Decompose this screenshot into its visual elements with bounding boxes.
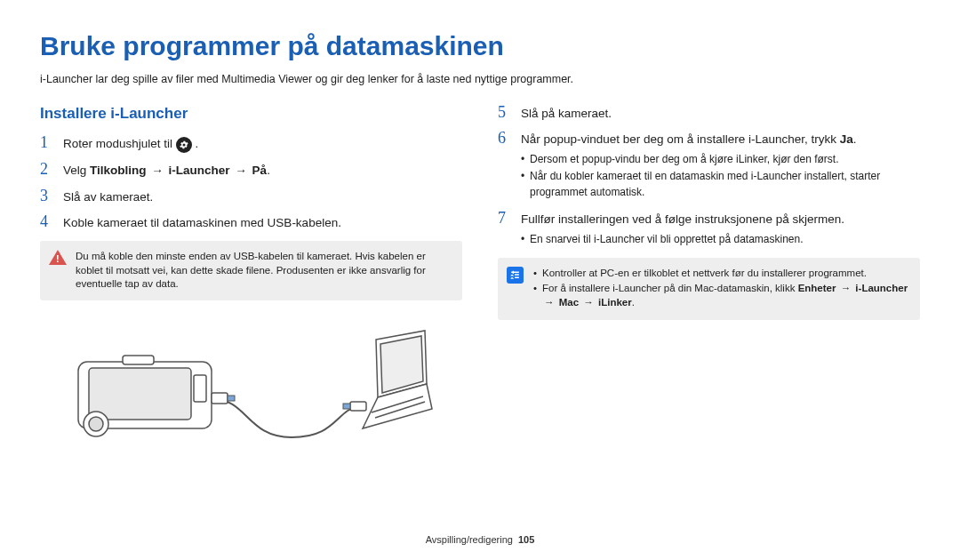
step-7-sublist: En snarvei til i-Launcher vil bli oppret…: [521, 232, 920, 247]
gear-icon: [176, 137, 192, 153]
menu-path-part: Mac: [559, 297, 579, 308]
step-text: Roter modushjulet til: [63, 137, 176, 150]
sub-item: Når du kobler kameraet til en datamaskin…: [521, 169, 920, 200]
section-heading: Installere i-Launcher: [40, 103, 462, 125]
step-number: 2: [40, 160, 54, 180]
arrow-icon: →: [839, 283, 853, 293]
step-number: 5: [498, 103, 512, 123]
content-columns: Installere i-Launcher 1 Roter modushjule…: [40, 103, 920, 452]
info-note: Kontroller at PC-en er tilkoblet et nett…: [498, 258, 920, 321]
info-icon: [507, 267, 524, 284]
menu-path-part: Enheter: [798, 283, 836, 293]
step-number: 4: [40, 212, 54, 232]
info-text-tail: .: [632, 297, 635, 308]
step-6-sublist: Dersom et popup-vindu ber deg om å kjøre…: [521, 152, 920, 200]
step-number: 3: [40, 187, 54, 206]
arrow-icon: →: [149, 164, 165, 177]
menu-path-part: På: [252, 164, 268, 177]
footer-section: Avspilling/redigering: [426, 534, 513, 545]
info-text: For å installere i-Launcher på din Mac-d…: [542, 283, 798, 293]
svg-rect-6: [212, 393, 228, 404]
step-text: Når popup-vinduet ber deg om å installer…: [521, 132, 840, 146]
warning-text: Du må koble den minste enden av USB-kabe…: [76, 251, 426, 289]
right-column: 5 Slå på kameraet. 6 Når popup-vinduet b…: [498, 103, 920, 452]
arrow-icon: →: [581, 297, 596, 308]
step-3: 3 Slå av kameraet.: [40, 187, 462, 206]
svg-point-3: [89, 417, 103, 431]
arrow-icon: →: [233, 164, 249, 177]
sub-item: En snarvei til i-Launcher vil bli oppret…: [521, 232, 920, 247]
confirm-label: Ja: [840, 132, 853, 146]
svg-rect-1: [89, 368, 191, 420]
step-6: 6 Når popup-vinduet ber deg om å install…: [498, 129, 920, 202]
step-number: 7: [498, 209, 512, 249]
step-text: Koble kameraet til datamaskinen med USB-…: [63, 212, 462, 232]
menu-path-part: iLinker: [598, 297, 632, 308]
step-number: 1: [40, 133, 54, 153]
svg-rect-9: [343, 404, 350, 409]
svg-rect-5: [123, 356, 154, 364]
step-number: 6: [498, 129, 512, 202]
warning-icon: [49, 250, 67, 268]
connection-illustration: [40, 313, 462, 452]
intro-text: i-Launcher lar deg spille av filer med M…: [40, 71, 920, 87]
step-4: 4 Koble kameraet til datamaskinen med US…: [40, 212, 462, 232]
menu-path-part: i-Launcher: [855, 283, 908, 293]
menu-path-part: Tilkobling: [90, 164, 147, 177]
page-footer: Avspilling/redigering 105: [0, 533, 960, 548]
step-text: Fullfør installeringen ved å følge instr…: [521, 212, 844, 226]
steps-right: 5 Slå på kameraet. 6 Når popup-vinduet b…: [498, 103, 920, 249]
menu-path-part: i-Launcher: [169, 164, 230, 177]
step-text: Velg: [63, 164, 90, 177]
steps-left: 1 Roter modushjulet til . 2 Velg Tilkobl…: [40, 133, 462, 232]
svg-rect-4: [194, 375, 206, 402]
svg-rect-8: [350, 402, 366, 411]
step-text: Slå på kameraet.: [521, 103, 920, 123]
info-item: For å installere i-Launcher på din Mac-d…: [533, 282, 909, 309]
svg-rect-7: [228, 396, 235, 401]
step-7: 7 Fullfør installeringen ved å følge ins…: [498, 209, 920, 249]
info-item: Kontroller at PC-en er tilkoblet et nett…: [533, 267, 909, 281]
step-text: Slå av kameraet.: [63, 187, 462, 206]
left-column: Installere i-Launcher 1 Roter modushjule…: [40, 103, 462, 452]
step-2: 2 Velg Tilkobling → i-Launcher → På.: [40, 160, 462, 180]
warning-note: Du må koble den minste enden av USB-kabe…: [40, 241, 462, 300]
step-text-tail: .: [196, 137, 199, 150]
arrow-icon: →: [542, 297, 556, 308]
step-5: 5 Slå på kameraet.: [498, 103, 920, 123]
step-text-tail: .: [267, 164, 270, 177]
page-title: Bruke programmer på datamaskinen: [40, 27, 920, 66]
step-text-tail: .: [853, 132, 857, 146]
footer-page-number: 105: [518, 534, 534, 545]
step-1: 1 Roter modushjulet til .: [40, 133, 462, 153]
sub-item: Dersom et popup-vindu ber deg om å kjøre…: [521, 152, 920, 167]
